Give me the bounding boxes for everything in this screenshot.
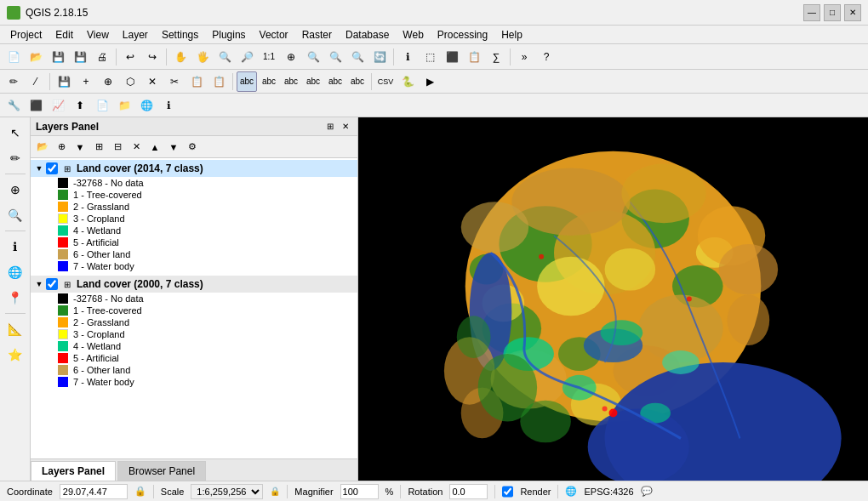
cut-features-btn[interactable]: ✂	[164, 71, 185, 92]
attribute-table-btn[interactable]: 📋	[464, 47, 484, 67]
close-button[interactable]: ✕	[844, 4, 861, 21]
zoom-in-btn[interactable]: 🔍	[214, 47, 235, 67]
label-btn4[interactable]: abc	[303, 71, 323, 92]
refresh-btn[interactable]: 🔄	[369, 47, 390, 67]
edit-tool[interactable]: ✏	[3, 146, 27, 170]
menu-view[interactable]: View	[80, 27, 116, 43]
float-panel-btn[interactable]: ⊞	[323, 120, 337, 134]
save-as-btn[interactable]: 💾	[70, 47, 90, 67]
identify-btn[interactable]: ℹ	[397, 47, 418, 67]
open-layer-btn[interactable]: 📂	[34, 139, 51, 156]
label-btn2[interactable]: abc	[259, 71, 279, 92]
tab-browser[interactable]: Browser Panel	[117, 461, 206, 481]
close-panel-btn[interactable]: ✕	[339, 120, 352, 134]
delete-sel-btn[interactable]: ✕	[142, 71, 163, 92]
measure-tool[interactable]: 📐	[3, 317, 27, 341]
remove-layer-btn[interactable]: ✕	[128, 139, 145, 156]
identify-tool[interactable]: ℹ	[3, 235, 27, 259]
help-btn[interactable]: ?	[536, 47, 557, 67]
pan-map-btn[interactable]: ✋	[170, 47, 191, 67]
menu-web[interactable]: Web	[396, 27, 430, 43]
layer-group-header-2014[interactable]: ▼ ⊞ Land cover (2014, 7 class)	[31, 160, 357, 177]
print-btn[interactable]: 🖨	[92, 47, 112, 67]
menu-processing[interactable]: Processing	[431, 27, 494, 43]
scale-select[interactable]: 1:6,259,256	[191, 484, 263, 499]
info-btn2[interactable]: ℹ	[158, 95, 179, 116]
expand-all-btn[interactable]: ⊞	[90, 139, 107, 156]
zoom-tool[interactable]: 🔍	[3, 203, 27, 227]
menu-raster[interactable]: Raster	[295, 27, 339, 43]
script-btn[interactable]: ▶	[420, 71, 440, 92]
paste-features-btn[interactable]: 📋	[208, 71, 229, 92]
undo-btn[interactable]: ↩	[120, 47, 140, 67]
magnifier-input[interactable]	[340, 484, 379, 499]
python-btn[interactable]: 🐍	[397, 71, 418, 92]
add-point-btn[interactable]: +	[76, 71, 96, 92]
render-checkbox[interactable]	[502, 484, 513, 499]
menu-edit[interactable]: Edit	[49, 27, 80, 43]
menu-help[interactable]: Help	[494, 27, 529, 43]
folder-btn[interactable]: 📁	[114, 95, 134, 116]
save-project-btn[interactable]: 💾	[48, 47, 68, 67]
deselect-btn[interactable]: ⬛	[442, 47, 462, 67]
epsg-label[interactable]: EPSG:4326	[584, 487, 633, 497]
menu-plugins[interactable]: Plugins	[205, 27, 252, 43]
stats-btn[interactable]: ∑	[486, 47, 506, 67]
label-btn-active[interactable]: abc	[237, 71, 257, 92]
visibility-cb-2000[interactable]	[46, 278, 58, 290]
pan-map2-btn[interactable]: 🖐	[192, 47, 213, 67]
more-btn[interactable]: »	[514, 47, 534, 67]
tab-layers[interactable]: Layers Panel	[31, 461, 116, 481]
move-up-btn[interactable]: ▲	[146, 139, 163, 156]
zoom-prev-btn[interactable]: 🔍	[325, 47, 345, 67]
menu-project[interactable]: Project	[3, 27, 49, 43]
redo-btn[interactable]: ↪	[142, 47, 163, 67]
menu-database[interactable]: Database	[339, 27, 396, 43]
select-tool[interactable]: ↖	[3, 121, 27, 145]
menu-settings[interactable]: Settings	[155, 27, 205, 43]
menu-layer[interactable]: Layer	[116, 27, 155, 43]
upload-btn[interactable]: ⬆	[70, 95, 90, 116]
move-feature-btn[interactable]: ⊕	[98, 71, 118, 92]
digitize-btn2[interactable]: ⁄	[26, 71, 46, 92]
filter-layer-btn[interactable]: ▼	[71, 139, 89, 156]
label-btn6[interactable]: abc	[347, 71, 368, 92]
node-tool-btn[interactable]: ⬡	[120, 71, 140, 92]
globe-tool[interactable]: 🌐	[3, 260, 27, 284]
digitize-btn1[interactable]: ✏	[3, 71, 24, 92]
wrench-btn[interactable]: 🔧	[3, 95, 24, 116]
layer-group-header-2000[interactable]: ▼ ⊞ Land cover (2000, 7 class)	[31, 276, 357, 293]
open-project-btn[interactable]: 📂	[26, 47, 46, 67]
save-edits-btn[interactable]: 💾	[54, 71, 74, 92]
zoom-select-btn[interactable]: 🔍	[303, 47, 323, 67]
collapse-all-btn[interactable]: ⊟	[109, 139, 126, 156]
file-btn[interactable]: 📄	[92, 95, 112, 116]
zoom-out-btn[interactable]: 🔎	[237, 47, 257, 67]
new-project-btn[interactable]: 📄	[3, 47, 24, 67]
line-btn[interactable]: 📈	[48, 95, 68, 116]
move-down-btn[interactable]: ▼	[165, 139, 182, 156]
properties-btn[interactable]: ⚙	[184, 139, 201, 156]
rotation-input[interactable]	[449, 484, 488, 499]
label-other-2014: 6 - Other land	[73, 249, 130, 259]
zoom-layer-btn[interactable]: ⊕	[281, 47, 301, 67]
maximize-button[interactable]: □	[824, 4, 841, 21]
minimize-button[interactable]: —	[803, 4, 820, 21]
map-canvas[interactable]	[358, 117, 868, 481]
db-btn[interactable]: ⬛	[26, 95, 46, 116]
add-group-btn[interactable]: ⊕	[53, 139, 70, 156]
select-btn[interactable]: ⬚	[420, 47, 440, 67]
visibility-cb-2014[interactable]	[46, 162, 58, 174]
csv-btn[interactable]: CSV	[375, 71, 396, 92]
coordinate-input[interactable]	[60, 484, 128, 499]
move-tool[interactable]: ⊕	[3, 178, 27, 202]
zoom-next-btn[interactable]: 🔍	[347, 47, 368, 67]
copy-features-btn[interactable]: 📋	[186, 71, 207, 92]
label-btn5[interactable]: abc	[325, 71, 345, 92]
zoom-full-btn[interactable]: 1:1	[259, 47, 279, 67]
menu-vector[interactable]: Vector	[253, 27, 295, 43]
bookmarks-tool[interactable]: ⭐	[3, 343, 27, 367]
label-btn3[interactable]: abc	[281, 71, 301, 92]
globe-btn[interactable]: 🌐	[136, 95, 157, 116]
pin-tool[interactable]: 📍	[3, 286, 27, 310]
